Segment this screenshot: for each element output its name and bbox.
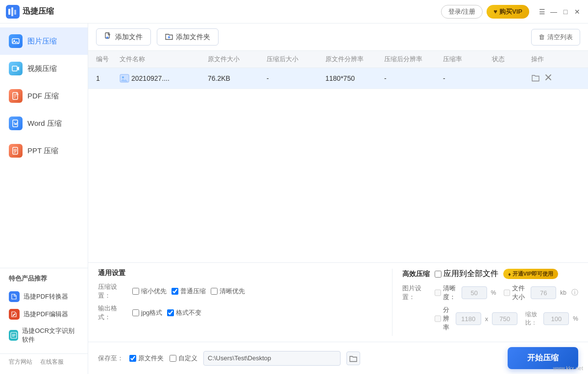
sidebar-item-img[interactable]: 图片压缩 <box>0 27 88 55</box>
minimize-button[interactable]: — <box>549 7 559 17</box>
res-checkbox[interactable] <box>435 315 441 322</box>
file-size-label: 文件大小 <box>512 284 527 302</box>
sidebar-item-pdf[interactable]: PDF 压缩 <box>0 82 88 110</box>
row-original-res: 1180*750 <box>325 74 384 82</box>
apply-all-label: 应用到全部文件 <box>443 269 498 279</box>
add-folder-button[interactable]: 添加文件夹 <box>157 28 219 46</box>
row-ratio: - <box>443 74 492 82</box>
save-path-input[interactable]: C:\Users\Test\Desktop <box>203 351 341 366</box>
sidebar-label-video: 视频压缩 <box>27 64 57 73</box>
main-layout: 图片压缩 视频压缩 PDF 压缩 Word 压缩 PPT 压缩 <box>0 23 588 374</box>
sidebar-label-img: 图片压缩 <box>27 37 57 46</box>
app-title: 迅捷压缩 <box>23 6 54 17</box>
vip-button[interactable]: ♥ 购买VIP <box>487 5 529 19</box>
res-option[interactable]: 分辨率 <box>435 305 452 332</box>
file-size-checkbox[interactable] <box>504 289 510 296</box>
svg-rect-10 <box>14 149 16 151</box>
shrink-first-checkbox[interactable] <box>132 288 139 295</box>
watermark: www.kkx.net <box>553 365 583 371</box>
promo-item-pdf-editor[interactable]: 迅捷PDF编辑器 <box>9 305 79 323</box>
promo-label-ocr: 迅捷OCR文字识别软件 <box>22 327 79 344</box>
row-filename: 20210927.... <box>131 74 170 82</box>
res-height-input[interactable]: 750 <box>492 312 517 325</box>
open-folder-button[interactable] <box>531 73 540 84</box>
settings-section: 通用设置 压缩设置： 缩小优先 普通压缩 清晰优先 <box>98 269 380 326</box>
original-folder-label: 原文件夹 <box>138 354 164 363</box>
sidebar: 图片压缩 视频压缩 PDF 压缩 Word 压缩 PPT 压缩 <box>0 23 88 374</box>
jpg-format-option[interactable]: jpg格式 <box>132 308 162 317</box>
svg-point-15 <box>122 76 124 78</box>
row-original-size: 76.2KB <box>208 74 267 82</box>
promo-label-pdf-editor: 迅捷PDF编辑器 <box>24 310 68 319</box>
promo-label-pdf-converter: 迅捷PDF转换器 <box>24 292 68 301</box>
jpg-format-label: jpg格式 <box>141 308 162 317</box>
sidebar-footer: 官方网站 在线客服 <box>0 353 88 370</box>
col-compressed-res: 压缩后分辨率 <box>384 55 443 64</box>
trash-icon: 🗑 <box>539 33 545 41</box>
res-label: 分辨率 <box>443 305 452 332</box>
file-size-input[interactable]: 76 <box>531 286 556 299</box>
clear-first-option[interactable]: 清晰优先 <box>211 287 245 296</box>
row-index: 1 <box>96 74 120 82</box>
row-compressed-size: - <box>267 74 325 82</box>
res-width-input[interactable]: 1180 <box>456 312 481 325</box>
svg-rect-6 <box>12 66 17 71</box>
delete-file-button[interactable] <box>544 73 553 84</box>
clarity-option[interactable]: 清晰度： <box>435 284 458 302</box>
diamond-icon: ♦ <box>508 271 511 277</box>
keep-format-option[interactable]: 格式不变 <box>167 308 201 317</box>
original-folder-checkbox[interactable] <box>129 355 136 362</box>
x-separator: x <box>485 315 489 323</box>
clarity-checkbox[interactable] <box>435 289 441 296</box>
video-compress-icon <box>9 62 23 75</box>
sidebar-label-pdf: PDF 压缩 <box>27 92 59 101</box>
promo-title: 特色产品推荐 <box>9 274 79 283</box>
close-button[interactable]: ✕ <box>572 7 582 17</box>
promo-item-pdf-converter[interactable]: 迅捷PDF转换器 <box>9 288 79 305</box>
image-compress-icon <box>9 34 23 48</box>
maximize-button[interactable]: □ <box>561 7 570 17</box>
clear-list-button[interactable]: 🗑 清空列表 <box>531 29 580 46</box>
title-bar-right: 登录/注册 ♥ 购买VIP ☰ — □ ✕ <box>441 5 582 19</box>
pdf-compress-icon <box>9 89 23 103</box>
higheff-title-row: 高效压缩 应用到全部文件 ♦ 开通VIP即可使用 <box>402 269 578 279</box>
browse-folder-button[interactable] <box>346 351 360 365</box>
col-ratio: 压缩率 <box>443 55 492 64</box>
output-label: 输出格式： <box>98 304 127 322</box>
website-link[interactable]: 官方网站 <box>9 358 32 366</box>
normal-compress-label: 普通压缩 <box>180 287 206 296</box>
promo-item-ocr[interactable]: 迅捷OCR文字识别软件 <box>9 323 79 348</box>
col-original-res: 原文件分辨率 <box>325 55 384 64</box>
menu-button[interactable]: ☰ <box>537 7 547 17</box>
sidebar-item-word[interactable]: Word 压缩 <box>0 110 88 137</box>
add-file-button[interactable]: 添加文件 <box>96 28 151 46</box>
apply-all-option[interactable]: 应用到全部文件 <box>435 269 498 279</box>
normal-compress-option[interactable]: 普通压缩 <box>172 287 206 296</box>
higheff-img-label: 图片设置： <box>402 284 431 302</box>
pdf-converter-icon <box>9 291 20 302</box>
file-size-option[interactable]: 文件大小 <box>504 284 527 302</box>
keep-format-checkbox[interactable] <box>167 309 174 316</box>
jpg-format-checkbox[interactable] <box>132 309 139 316</box>
custom-path-option[interactable]: 自定义 <box>170 354 197 363</box>
ppt-compress-icon <box>9 144 23 158</box>
zoom-input[interactable]: 100 <box>543 312 569 325</box>
apply-all-checkbox[interactable] <box>435 271 441 278</box>
support-link[interactable]: 在线客服 <box>40 358 64 366</box>
clear-first-checkbox[interactable] <box>211 288 218 295</box>
higheff-img-row: 图片设置： 清晰度： 50 % 文件大小 76 kb ⓘ <box>402 284 578 302</box>
sidebar-item-video[interactable]: 视频压缩 <box>0 55 88 82</box>
login-button[interactable]: 登录/注册 <box>441 5 483 19</box>
col-compressed-size: 压缩后大小 <box>267 55 325 64</box>
shrink-first-option[interactable]: 缩小优先 <box>132 287 167 296</box>
app-logo: 迅捷压缩 <box>6 5 54 19</box>
col-index: 编号 <box>96 55 120 64</box>
normal-compress-checkbox[interactable] <box>172 288 178 295</box>
original-folder-option[interactable]: 原文件夹 <box>129 354 164 363</box>
clarity-input[interactable]: 50 <box>462 286 487 299</box>
settings-compress-row: 压缩设置： 缩小优先 普通压缩 清晰优先 <box>98 282 380 300</box>
custom-path-checkbox[interactable] <box>170 355 176 362</box>
toolbar: 添加文件 添加文件夹 🗑 清空列表 <box>88 23 588 51</box>
title-bar: 迅捷压缩 登录/注册 ♥ 购买VIP ☰ — □ ✕ <box>0 0 588 23</box>
sidebar-item-ppt[interactable]: PPT 压缩 <box>0 137 88 164</box>
